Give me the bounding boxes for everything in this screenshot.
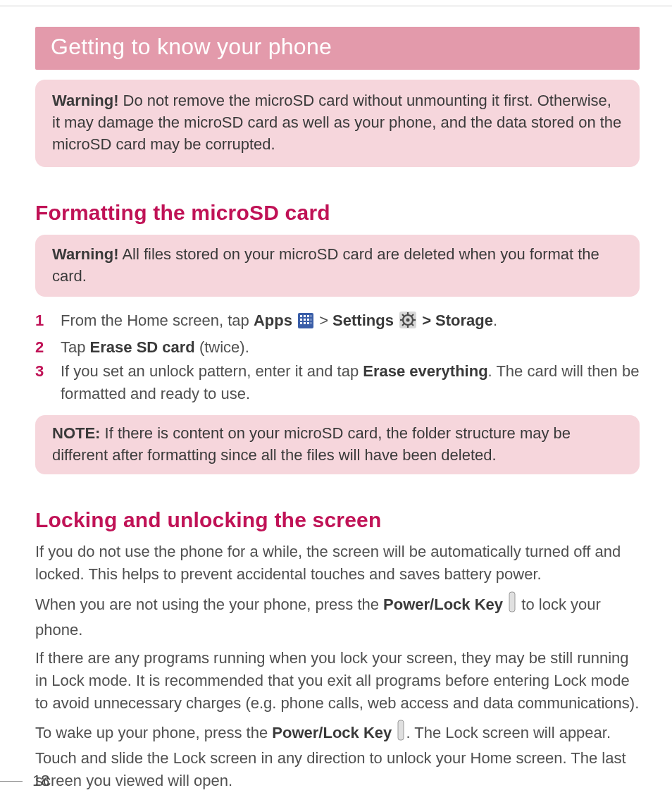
settings-gear-icon bbox=[399, 312, 416, 335]
note-text: If there is content on your microSD card… bbox=[52, 424, 571, 464]
footer-rule bbox=[0, 781, 23, 782]
step-list: 1 From the Home screen, tap Apps > Setti… bbox=[35, 309, 640, 405]
warning-label: Warning! bbox=[52, 92, 119, 109]
warning-text: All files stored on your microSD card ar… bbox=[52, 245, 599, 285]
chapter-title: Getting to know your phone bbox=[51, 34, 332, 59]
top-divider bbox=[0, 6, 672, 6]
svg-rect-6 bbox=[304, 319, 306, 321]
page-footer: 18 bbox=[0, 772, 49, 790]
step-body: Tap Erase SD card (twice). bbox=[61, 336, 640, 359]
warning-label: Warning! bbox=[52, 245, 119, 263]
step-item: 3 If you set an unlock pattern, enter it… bbox=[35, 360, 640, 405]
svg-rect-1 bbox=[300, 315, 302, 317]
svg-point-15 bbox=[406, 319, 410, 322]
svg-rect-4 bbox=[311, 315, 311, 317]
svg-rect-5 bbox=[300, 319, 302, 321]
svg-rect-24 bbox=[509, 592, 515, 612]
svg-rect-7 bbox=[307, 319, 309, 321]
warning-callout: Warning! Do not remove the microSD card … bbox=[35, 80, 640, 167]
step-body: From the Home screen, tap Apps > Setting… bbox=[61, 309, 640, 335]
power-lock-key-icon bbox=[397, 720, 404, 747]
step-body: If you set an unlock pattern, enter it a… bbox=[61, 360, 640, 405]
svg-rect-3 bbox=[307, 315, 309, 317]
section-heading: Formatting the microSD card bbox=[35, 201, 640, 225]
apps-grid-icon bbox=[298, 312, 313, 335]
svg-rect-11 bbox=[307, 322, 309, 324]
step-number: 2 bbox=[35, 336, 61, 359]
svg-rect-2 bbox=[304, 315, 306, 317]
note-label: NOTE: bbox=[52, 424, 100, 442]
body-paragraph: To wake up your phone, press the Power/L… bbox=[35, 720, 640, 792]
section-heading: Locking and unlocking the screen bbox=[35, 508, 640, 532]
svg-rect-8 bbox=[311, 319, 311, 321]
svg-rect-9 bbox=[300, 322, 302, 324]
svg-rect-10 bbox=[304, 322, 306, 324]
step-number: 1 bbox=[35, 309, 61, 332]
page-content: Getting to know your phone Warning! Do n… bbox=[0, 0, 672, 792]
warning-text: Do not remove the microSD card without u… bbox=[52, 92, 621, 153]
svg-rect-12 bbox=[311, 322, 311, 324]
body-paragraph: If there are any programs running when y… bbox=[35, 647, 640, 715]
step-number: 3 bbox=[35, 360, 61, 383]
page-number: 18 bbox=[32, 772, 49, 790]
power-lock-key-icon bbox=[509, 591, 516, 619]
note-callout: NOTE: If there is content on your microS… bbox=[35, 415, 640, 474]
body-paragraph: If you do not use the phone for a while,… bbox=[35, 541, 640, 586]
svg-rect-25 bbox=[398, 720, 404, 740]
step-item: 1 From the Home screen, tap Apps > Setti… bbox=[35, 309, 640, 335]
body-paragraph: When you are not using the your phone, p… bbox=[35, 591, 640, 641]
chapter-banner: Getting to know your phone bbox=[35, 27, 640, 70]
step-item: 2 Tap Erase SD card (twice). bbox=[35, 336, 640, 359]
warning-callout: Warning! All files stored on your microS… bbox=[35, 235, 640, 297]
